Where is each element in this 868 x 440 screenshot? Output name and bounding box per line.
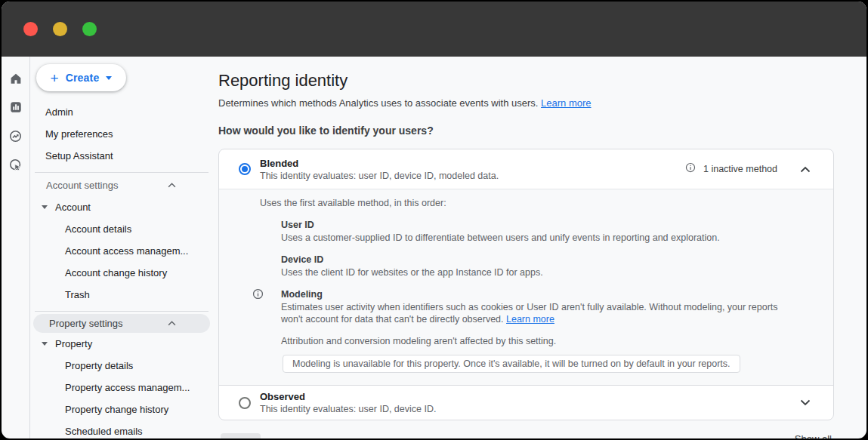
observed-radio[interactable] [239,397,251,409]
blended-option-row[interactable]: Blended This identity evaluates: user ID… [219,149,833,189]
method-user-id: User ID Uses a customer-supplied ID to d… [281,219,791,244]
nav-rail [2,57,30,438]
chevron-down-icon [106,76,112,80]
explore-icon[interactable] [8,128,23,143]
reports-icon[interactable] [8,100,23,115]
arrow-drop-down-icon [42,342,48,346]
plus-icon: + [51,71,59,85]
sidebar-item-account-details[interactable]: Account details [30,218,213,240]
sidebar-item-scheduled-emails[interactable]: Scheduled emails [30,420,213,438]
inactive-method-badge: 1 inactive method [703,164,777,174]
chevron-up-icon [168,183,176,188]
method-modeling: Modeling Estimates user activity when id… [281,288,791,373]
method-device-id: Device ID Uses the client ID for website… [281,254,791,278]
method-description: Uses a customer-supplied ID to different… [281,232,791,244]
create-button[interactable]: + Create [36,64,126,91]
info-icon [685,162,696,176]
minimize-window-button[interactable] [53,22,67,36]
blended-description: This identity evaluates: user ID, device… [260,171,685,181]
info-icon [252,288,264,303]
method-name: Device ID [281,254,791,266]
admin-sidebar: + Create Admin My preferences Setup Assi… [30,57,213,438]
parent-label: Property [55,338,92,349]
sidebar-item-my-preferences[interactable]: My preferences [30,123,213,145]
main-content: Reporting identity Determines which meth… [213,57,866,438]
blended-details-panel: Uses the first available method, in this… [219,189,833,385]
observed-description: This identity evaluates: user ID, device… [260,404,800,414]
card-footer: Show all Save Cancel [218,433,834,438]
method-name: User ID [281,219,791,231]
observed-option-row[interactable]: Observed This identity evaluates: user I… [219,385,833,420]
cancel-button[interactable]: Cancel [276,437,308,439]
sidebar-item-property-access-management[interactable]: Property access managem... [30,377,213,398]
app-window: + Create Admin My preferences Setup Assi… [2,2,866,438]
learn-more-link[interactable]: Learn more [541,97,591,109]
sidebar-item-admin[interactable]: Admin [30,101,213,123]
sidebar-item-setup-assistant[interactable]: Setup Assistant [30,145,213,167]
blended-radio[interactable] [239,163,251,175]
identity-question: How would you like to identify your user… [218,125,834,137]
sidebar-item-property-details[interactable]: Property details [30,355,213,377]
method-description: Uses the client ID for websites or the a… [281,266,791,278]
section-account-settings[interactable]: Account settings [30,174,213,196]
close-window-button[interactable] [23,22,38,36]
reporting-identity-card: Blended This identity evaluates: user ID… [218,149,834,420]
modeling-unavailable-notice: Modeling is unavailable for this propert… [283,355,740,373]
expand-chevron-down-icon[interactable] [800,399,811,406]
arrow-drop-down-icon [42,205,48,209]
window-titlebar [2,2,866,57]
page-title: Reporting identity [218,71,834,91]
home-icon[interactable] [8,71,23,86]
learn-more-link[interactable]: Learn more [506,314,554,325]
sidebar-item-account-access-management[interactable]: Account access managem... [30,240,213,262]
show-all-link[interactable]: Show all [795,433,832,438]
save-button[interactable]: Save [221,433,261,438]
sidebar-item-account[interactable]: Account [30,196,213,218]
page-subtitle: Determines which methods Analytics uses … [218,97,834,109]
sidebar-item-property[interactable]: Property [30,333,213,355]
section-property-settings[interactable]: Property settings [33,314,210,333]
chevron-up-icon [168,321,176,326]
parent-label: Account [55,202,91,213]
modeling-note: Attribution and conversion modeling aren… [281,336,791,346]
sidebar-divider [35,172,209,173]
advertising-icon[interactable] [8,157,23,172]
sidebar-item-account-change-history[interactable]: Account change history [30,262,213,284]
sidebar-divider [35,311,209,312]
section-label: Account settings [46,180,118,191]
subtitle-text: Determines which methods Analytics uses … [218,97,538,109]
method-description: Estimates user activity when identifiers… [281,301,791,325]
sidebar-item-property-change-history[interactable]: Property change history [30,398,213,420]
collapse-chevron-up-icon[interactable] [800,166,811,173]
observed-label: Observed [260,391,800,402]
section-label: Property settings [49,318,123,329]
blended-label: Blended [260,158,685,169]
zoom-window-button[interactable] [82,22,97,36]
methods-intro: Uses the first available method, in this… [260,197,791,209]
create-button-label: Create [66,72,100,84]
sidebar-item-trash[interactable]: Trash [30,284,213,306]
method-name: Modeling [281,288,791,300]
